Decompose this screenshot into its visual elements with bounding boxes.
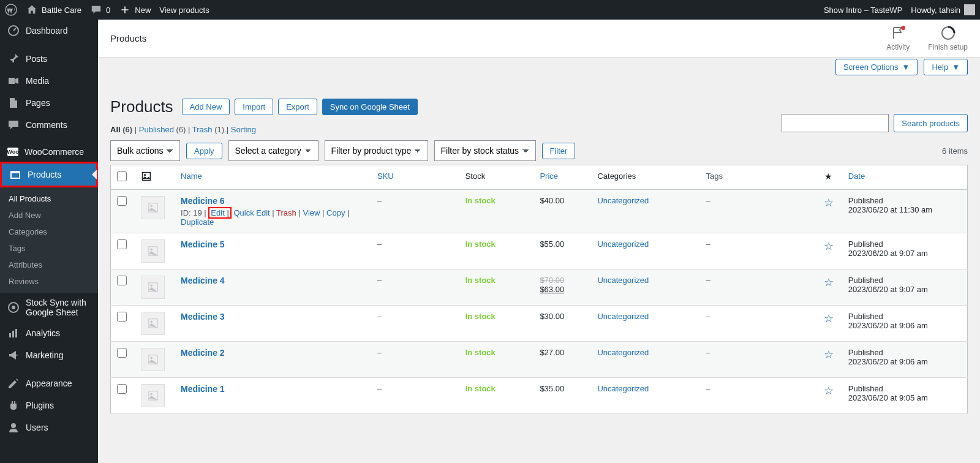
- import-button[interactable]: Import: [235, 99, 273, 115]
- view-sorting[interactable]: Sorting: [231, 125, 256, 134]
- svg-point-12: [144, 174, 146, 176]
- featured-toggle[interactable]: ☆: [824, 197, 834, 209]
- menu-woocommerce[interactable]: WooWooCommerce: [0, 142, 98, 162]
- product-name-link[interactable]: Medicine 6: [181, 196, 225, 206]
- price-header[interactable]: Price: [533, 165, 591, 190]
- submenu-categories[interactable]: Categories: [0, 224, 98, 240]
- view-products-link[interactable]: View products: [159, 6, 209, 15]
- row-checkbox[interactable]: [117, 348, 127, 358]
- submenu-reviews[interactable]: Reviews: [0, 273, 98, 290]
- progress-icon: [941, 26, 956, 40]
- sku-header[interactable]: SKU: [371, 165, 459, 190]
- product-thumbnail[interactable]: [141, 348, 165, 371]
- row-checkbox[interactable]: [117, 384, 127, 394]
- comments-count: 0: [106, 6, 110, 15]
- menu-dashboard[interactable]: Dashboard: [0, 20, 98, 42]
- product-name-link[interactable]: Medicine 1: [181, 384, 225, 394]
- new-content[interactable]: New: [119, 4, 151, 16]
- search-button[interactable]: Search products: [894, 114, 968, 132]
- product-name-link[interactable]: Medicine 4: [181, 276, 225, 285]
- submenu-attributes[interactable]: Attributes: [0, 257, 98, 273]
- category-link[interactable]: Uncategorized: [597, 348, 649, 357]
- menu-analytics[interactable]: Analytics: [0, 322, 98, 344]
- star-icon: ★: [824, 171, 832, 181]
- featured-toggle[interactable]: ☆: [824, 312, 834, 325]
- add-new-button[interactable]: Add New: [182, 99, 230, 115]
- chevron-down-icon: ▼: [952, 62, 960, 72]
- stock-status-filter-select[interactable]: Filter by stock status: [434, 140, 536, 161]
- search-input[interactable]: [782, 114, 889, 132]
- category-link[interactable]: Uncategorized: [597, 239, 649, 249]
- category-link[interactable]: Uncategorized: [597, 276, 649, 285]
- admin-bar-right: Show Intro – TasteWP Howdy, tahsin: [824, 4, 975, 15]
- category-filter-select[interactable]: Select a category: [228, 140, 318, 161]
- menu-users[interactable]: Users: [0, 416, 98, 439]
- product-thumbnail[interactable]: [141, 312, 165, 335]
- menu-posts[interactable]: Posts: [0, 48, 98, 70]
- featured-toggle[interactable]: ☆: [824, 240, 834, 252]
- menu-comments[interactable]: Comments: [0, 114, 98, 136]
- copy-link[interactable]: Copy: [326, 208, 345, 217]
- price-value: $30.00: [540, 312, 564, 321]
- select-all-checkbox[interactable]: [117, 171, 127, 181]
- view-all[interactable]: All (6): [110, 125, 132, 134]
- product-type-filter-select[interactable]: Filter by product type: [325, 140, 428, 161]
- finish-setup-button[interactable]: Finish setup: [928, 26, 968, 51]
- product-thumbnail[interactable]: [141, 276, 165, 299]
- row-checkbox[interactable]: [117, 239, 127, 249]
- howdy-label: Howdy, tahsin: [911, 6, 960, 15]
- edit-link[interactable]: Edit: [211, 208, 224, 217]
- submenu-tags[interactable]: Tags: [0, 240, 98, 257]
- comments-icon: [7, 119, 20, 131]
- menu-products[interactable]: Products: [0, 162, 98, 187]
- row-checkbox[interactable]: [117, 312, 127, 322]
- site-name[interactable]: Battle Care: [26, 4, 81, 16]
- sync-google-sheet-button[interactable]: Sync on Google Sheet: [322, 99, 418, 115]
- view-trash[interactable]: Trash (1): [192, 125, 224, 134]
- category-link[interactable]: Uncategorized: [597, 312, 649, 321]
- date-header[interactable]: Date: [842, 165, 968, 190]
- comments-bubble[interactable]: 0: [90, 4, 110, 16]
- row-checkbox[interactable]: [117, 196, 127, 206]
- show-intro-link[interactable]: Show Intro – TasteWP: [824, 6, 902, 15]
- comment-icon: [90, 4, 102, 16]
- menu-pages[interactable]: Pages: [0, 92, 98, 114]
- product-thumbnail[interactable]: [141, 196, 165, 219]
- product-thumbnail[interactable]: [141, 384, 165, 407]
- quick-edit-link[interactable]: Quick Edit: [233, 208, 270, 217]
- menu-media[interactable]: Media: [0, 70, 98, 92]
- bulk-actions-select[interactable]: Bulk actions: [110, 140, 180, 161]
- product-name-link[interactable]: Medicine 2: [181, 348, 225, 358]
- filter-button[interactable]: Filter: [542, 143, 576, 159]
- row-checkbox[interactable]: [117, 276, 127, 285]
- product-name-link[interactable]: Medicine 3: [181, 312, 225, 322]
- menu-appearance[interactable]: Appearance: [0, 372, 98, 394]
- menu-stock-sync[interactable]: Stock Sync with Google Sheet: [0, 293, 98, 322]
- apply-button[interactable]: Apply: [186, 143, 222, 159]
- category-link[interactable]: Uncategorized: [597, 196, 649, 205]
- help-tab[interactable]: Help ▼: [924, 59, 968, 75]
- submenu-all-products[interactable]: All Products: [0, 190, 98, 207]
- product-thumbnail[interactable]: [141, 239, 165, 263]
- wp-logo[interactable]: [5, 4, 17, 16]
- new-label: New: [135, 6, 151, 15]
- trash-link[interactable]: Trash: [276, 208, 296, 217]
- submenu-add-new[interactable]: Add New: [0, 207, 98, 224]
- screen-options-tab[interactable]: Screen Options ▼: [835, 59, 918, 75]
- name-header[interactable]: Name: [175, 165, 371, 190]
- publish-status: Published: [848, 384, 883, 393]
- featured-toggle[interactable]: ☆: [824, 348, 834, 361]
- product-name-link[interactable]: Medicine 5: [181, 239, 225, 249]
- featured-toggle[interactable]: ☆: [824, 276, 834, 288]
- menu-marketing[interactable]: Marketing: [0, 344, 98, 366]
- category-link[interactable]: Uncategorized: [597, 384, 649, 393]
- duplicate-link[interactable]: Duplicate: [181, 217, 214, 227]
- search-box: Search products: [782, 114, 968, 132]
- featured-toggle[interactable]: ☆: [824, 385, 834, 397]
- activity-button[interactable]: Activity: [886, 26, 910, 51]
- view-link[interactable]: View: [303, 208, 320, 217]
- export-button[interactable]: Export: [278, 99, 317, 115]
- my-account[interactable]: Howdy, tahsin: [911, 4, 975, 15]
- view-published[interactable]: Published (6): [139, 125, 186, 134]
- menu-plugins[interactable]: Plugins: [0, 394, 98, 416]
